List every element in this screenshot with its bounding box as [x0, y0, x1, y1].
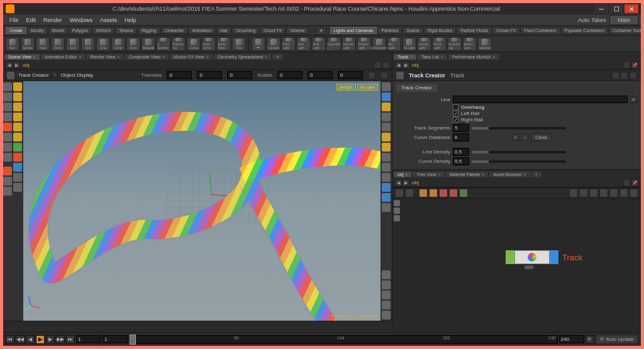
net-t3[interactable] [419, 189, 428, 197]
hud-nocam[interactable]: no cam [357, 84, 378, 91]
shelftab-cloud-fx[interactable]: Cloud FX [260, 27, 286, 34]
shelf-switcher-icon[interactable]: Switcher [478, 37, 492, 51]
net-r1[interactable] [569, 189, 578, 197]
disp-c16[interactable] [382, 291, 391, 299]
rightrail-checkbox[interactable]: ✓ [453, 117, 458, 123]
shelf-font-icon[interactable]: Font [126, 37, 140, 51]
menu-file[interactable]: File [6, 16, 23, 25]
realtime-icon[interactable]: ⟳ [586, 335, 594, 344]
shelf-null-icon[interactable]: Null [81, 37, 95, 51]
r-opt1[interactable] [623, 62, 630, 69]
curvedb-minus-icon[interactable]: − [521, 134, 528, 141]
tx-field[interactable]: 0 [167, 71, 192, 79]
shelf-volume-light-icon[interactable]: Volume Light [342, 37, 356, 51]
hud-camera-name[interactable]: persp1 [336, 84, 356, 91]
clear-button[interactable]: Clear [531, 133, 552, 141]
leftrail-checkbox[interactable]: ✓ [453, 111, 458, 116]
frame-cur-field[interactable]: 1 [103, 335, 128, 343]
add-tab-button[interactable]: + [272, 54, 282, 60]
tab-composite-view[interactable]: Composite View× [125, 54, 169, 60]
linedensity-slider[interactable] [472, 151, 566, 153]
pin-icon[interactable]: 📌 [631, 62, 638, 69]
shelf-spot-light-icon[interactable]: Spot Light [297, 37, 311, 51]
overhang-checkbox[interactable] [453, 104, 458, 110]
disp-c11[interactable] [382, 183, 391, 192]
node-label[interactable]: Track [562, 253, 582, 262]
menu-help[interactable]: Help [121, 16, 140, 25]
nav-fwd-icon[interactable]: ▶ [13, 62, 20, 69]
net-t6[interactable] [449, 189, 458, 197]
ty-field[interactable]: 0 [197, 71, 222, 79]
disp-c9[interactable] [382, 163, 391, 172]
shelftab-hair[interactable]: Hair [216, 27, 232, 34]
n-nav-fwd-icon[interactable]: ▶ [402, 179, 409, 186]
shelf-area-light-icon[interactable]: Area Light [312, 37, 326, 51]
node-select-flag[interactable] [506, 250, 514, 264]
shelf-grid-icon[interactable]: Grid [66, 37, 80, 51]
disp-c15[interactable] [382, 280, 391, 289]
disp-c5[interactable] [382, 123, 391, 131]
param-header-title[interactable]: Track Creator [409, 72, 445, 79]
close-button[interactable]: ✕ [625, 4, 638, 13]
shelftab-grains[interactable]: Grains [402, 27, 423, 34]
n-nav-back-icon[interactable]: ◀ [395, 179, 402, 186]
net-r7[interactable] [630, 189, 638, 197]
shelftab-populate-containers[interactable]: Populate Containers [561, 27, 608, 34]
net-r5[interactable] [609, 189, 618, 197]
rtab-performace-monitor[interactable]: Performace Monitor× [448, 54, 499, 60]
toolstrip-a8[interactable] [3, 153, 12, 162]
ntab-tree-view[interactable]: Tree View× [413, 172, 444, 177]
shelftab-fluid-containers[interactable]: Fluid Containers [521, 27, 560, 34]
tab-motion-fx-view[interactable]: Motion FX View× [170, 54, 213, 60]
param-subtab[interactable]: Track Creator [396, 84, 437, 92]
tool-b2[interactable] [13, 92, 22, 101]
tool-b4[interactable] [13, 113, 22, 121]
frame-end-field[interactable]: 240 [559, 335, 584, 343]
r-path-obj[interactable]: obj [412, 62, 419, 68]
disp-c3[interactable] [382, 102, 391, 111]
tool-b5[interactable] [13, 123, 22, 131]
shelftab-rigid-bodies[interactable]: Rigid Bodies [424, 27, 456, 34]
shelftab-polygon[interactable]: Polygon [69, 27, 92, 34]
toolstrip-a3[interactable] [3, 102, 12, 111]
ntab-material-palette[interactable]: Material Palette× [446, 172, 489, 177]
shelftab-create[interactable]: Create [6, 27, 26, 34]
rtab-track[interactable]: Track× [394, 54, 416, 60]
tz-field[interactable]: 0 [227, 71, 252, 79]
track-node[interactable]: Track [506, 250, 582, 264]
disp-c4[interactable] [382, 113, 391, 121]
help-icon[interactable] [630, 72, 637, 79]
shelf-l-system-icon[interactable]: L-System [157, 37, 170, 51]
net-t2[interactable] [405, 189, 414, 197]
toolstrip-a7[interactable] [3, 143, 12, 152]
shelf-spray-paint-icon[interactable]: Spray Paint [217, 37, 231, 51]
shelftab-model[interactable]: Model [48, 27, 68, 34]
play-fwd-button[interactable]: ▶ [46, 335, 55, 344]
select-tool-icon[interactable] [13, 82, 22, 91]
disp-c18[interactable] [382, 311, 391, 319]
net-add-tab[interactable]: + [531, 172, 541, 177]
shelftab-grooming[interactable]: Grooming [232, 27, 259, 34]
shelftab-volume[interactable]: Volume [286, 27, 308, 34]
tab-scene-view[interactable]: Scene View× [4, 54, 40, 60]
curvedensity-field[interactable]: 0.5 [453, 157, 469, 165]
shelf-point-light-icon[interactable]: Point Light [282, 37, 296, 51]
tool-b10[interactable] [13, 173, 22, 182]
path-obj[interactable]: obj [23, 62, 30, 68]
menu-edit[interactable]: Edit [23, 16, 40, 25]
shelf-ambient-lig--icon[interactable]: Ambient Lig. [448, 37, 462, 51]
nstrip-1[interactable] [394, 200, 400, 206]
track-creator-button[interactable]: Track Creator [18, 72, 49, 78]
rtab-take-list[interactable]: Take List× [418, 54, 447, 60]
object-display-button[interactable]: Object Display [61, 72, 94, 78]
shelftab-deform[interactable]: Deform [92, 27, 114, 34]
pane-opt1-icon[interactable] [374, 62, 381, 69]
net-t4[interactable] [429, 189, 438, 197]
ntab-asset-browser[interactable]: Asset Browser× [489, 172, 530, 177]
net-r3[interactable] [589, 189, 598, 197]
shelf-camera-icon[interactable]: 📷 [252, 37, 265, 51]
disp-c1[interactable] [382, 82, 391, 91]
net-r4[interactable] [599, 189, 608, 197]
shelf-box-icon[interactable]: Box [6, 37, 19, 51]
disp-c17[interactable] [382, 301, 391, 309]
